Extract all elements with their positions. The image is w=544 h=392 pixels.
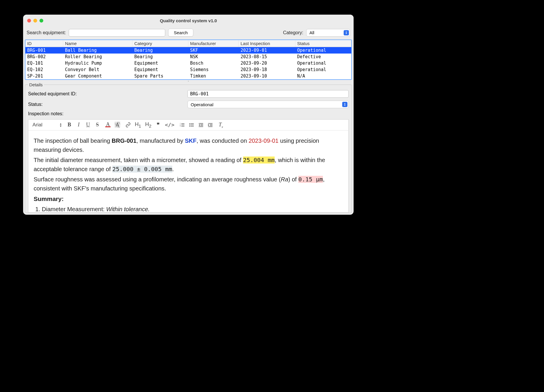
svg-rect-12 — [199, 123, 203, 124]
unordered-list-button[interactable] — [189, 122, 194, 128]
svg-rect-15 — [199, 126, 203, 127]
svg-marker-16 — [199, 124, 200, 126]
text-color-button[interactable]: A — [105, 122, 111, 127]
svg-rect-2 — [181, 126, 185, 127]
svg-rect-18 — [210, 124, 213, 125]
heading1-button[interactable]: H1 — [135, 121, 141, 128]
svg-text:3: 3 — [180, 125, 181, 127]
svg-point-7 — [190, 124, 190, 125]
zoom-icon[interactable] — [39, 19, 43, 23]
strikethrough-button[interactable]: S — [95, 122, 100, 128]
svg-rect-11 — [191, 126, 194, 127]
svg-rect-10 — [191, 125, 194, 125]
svg-rect-19 — [210, 125, 213, 126]
chevron-up-down-icon: ▲▼ — [344, 30, 349, 35]
clear-format-button[interactable]: Tx — [218, 122, 223, 128]
table-row[interactable]: EQ-102Conveyor BeltEquipmentSiemens2023-… — [25, 66, 351, 73]
table-row[interactable]: BRG-001Ball BearingBearingSKF2023-09-01O… — [25, 47, 351, 54]
svg-rect-0 — [181, 123, 185, 124]
svg-point-8 — [190, 126, 190, 127]
search-button[interactable]: Search — [168, 29, 193, 37]
selected-id-field[interactable] — [187, 90, 349, 98]
ordered-list-button[interactable]: 123 — [180, 122, 185, 128]
font-select[interactable]: Arial ▴▾ — [32, 122, 61, 128]
status-selected-value: Operational — [191, 102, 214, 107]
search-label: Search equipment: — [27, 30, 66, 35]
close-icon[interactable] — [27, 19, 31, 23]
summary-item: Diameter Measurement: Within tolerance. — [42, 205, 343, 212]
col-last-inspection[interactable]: Last Inspection — [239, 40, 295, 47]
svg-rect-17 — [208, 123, 213, 124]
table-header-row: ID Name Category Manufacturer Last Inspe… — [25, 40, 351, 47]
col-id[interactable]: ID — [25, 40, 63, 47]
category-select[interactable]: All ▲▼ — [306, 29, 350, 37]
svg-rect-9 — [191, 123, 194, 124]
minimize-icon[interactable] — [33, 19, 37, 23]
link-button[interactable] — [125, 122, 131, 128]
col-manufacturer[interactable]: Manufacturer — [188, 40, 239, 47]
table-row[interactable]: SP-201Gear ComponentSpare PartsTimken202… — [25, 73, 351, 79]
table-row[interactable]: EQ-101Hydraulic PumpEquipmentBosch2023-0… — [25, 60, 351, 66]
app-window: Quality control system v1.0 Search equip… — [23, 15, 354, 215]
highlight-color-button[interactable]: A — [115, 122, 120, 128]
titlebar: Quality control system v1.0 — [23, 15, 354, 26]
col-name[interactable]: Name — [63, 40, 132, 47]
category-label: Category: — [283, 30, 303, 35]
heading2-button[interactable]: H2 — [145, 121, 151, 128]
rich-text-editor: Arial ▴▾ B I U S A A H1 — [28, 119, 349, 213]
search-input[interactable] — [69, 29, 165, 37]
pane-resizer[interactable] — [23, 80, 354, 82]
details-legend: Details — [28, 82, 44, 87]
indent-button[interactable] — [208, 122, 213, 128]
window-title: Quality control system v1.0 — [23, 18, 354, 23]
bold-button[interactable]: B — [67, 122, 72, 128]
equipment-table: ID Name Category Manufacturer Last Inspe… — [25, 39, 352, 80]
table-row[interactable]: BRG-002Roller BearingBearingNSK2023-08-1… — [25, 54, 351, 60]
svg-rect-13 — [201, 124, 203, 125]
italic-button[interactable]: I — [76, 122, 81, 128]
category-selected-value: All — [309, 30, 314, 35]
col-category[interactable]: Category — [132, 40, 188, 47]
search-toolbar: Search equipment: Search Category: All ▲… — [23, 26, 354, 39]
status-select[interactable]: Operational ▲▼ — [187, 101, 349, 108]
editor-content[interactable]: The inspection of ball bearing BRG-001, … — [28, 130, 348, 212]
blockquote-button[interactable]: ❞ — [156, 122, 161, 128]
chevron-up-down-icon: ▲▼ — [342, 102, 347, 107]
svg-point-6 — [190, 123, 190, 124]
underline-button[interactable]: U — [85, 122, 91, 128]
status-label: Status: — [28, 102, 187, 107]
window-controls — [23, 19, 43, 23]
notes-label: Inspection notes: — [28, 111, 187, 116]
col-status[interactable]: Status — [295, 40, 351, 47]
svg-rect-1 — [181, 125, 185, 125]
outdent-button[interactable] — [198, 122, 204, 128]
details-panel: Details Selected equipment ID: Status: O… — [25, 82, 352, 213]
svg-rect-20 — [208, 126, 213, 127]
svg-marker-21 — [208, 124, 209, 126]
editor-toolbar: Arial ▴▾ B I U S A A H1 — [28, 120, 348, 130]
code-button[interactable]: </> — [165, 122, 175, 128]
svg-rect-14 — [201, 125, 203, 126]
chevron-up-down-icon: ▴▾ — [60, 123, 61, 127]
selected-id-label: Selected equipment ID: — [28, 91, 187, 97]
